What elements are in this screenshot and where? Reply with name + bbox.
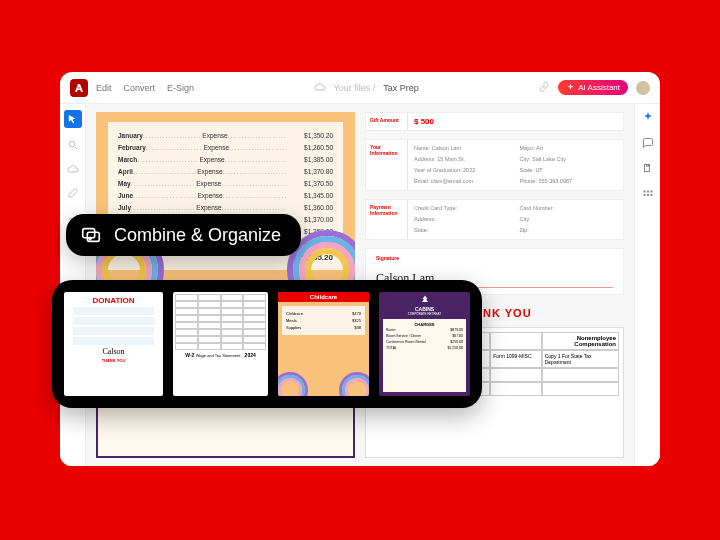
pointer-tool-icon[interactable] xyxy=(64,110,82,128)
yourfiles-label: Your files / xyxy=(334,83,376,93)
cloud-icon xyxy=(314,81,326,95)
thumb-donation[interactable]: DONATION Calson THANK YOU xyxy=(64,292,163,396)
thumb-childcare-title: Childcare xyxy=(278,292,369,302)
info-year: Year of Graduation: 2022 xyxy=(414,166,512,175)
svg-rect-4 xyxy=(650,191,652,193)
avatar[interactable] xyxy=(636,81,650,95)
expense-row: April..........................Expense..… xyxy=(118,166,333,178)
topbar: Edit Convert E-Sign Your files / Tax Pre… xyxy=(60,72,660,104)
info-addr: Address: 15 Main St. xyxy=(414,155,512,164)
svg-rect-9 xyxy=(87,232,99,241)
svg-rect-8 xyxy=(83,229,95,238)
thumb-donation-sig: Calson xyxy=(102,347,124,356)
gift-value: $ 500 xyxy=(414,117,512,126)
childcare-line: Childcare$470 xyxy=(286,310,361,317)
payment-card[interactable]: Payment Information Credit Card Type: Ca… xyxy=(365,199,624,240)
menu-esign[interactable]: E-Sign xyxy=(167,83,194,93)
signature-label: Signature xyxy=(376,255,613,261)
pay-zip: Zip: xyxy=(520,226,618,235)
thumb-w2[interactable]: W-2 Wage and Tax Statement 2024 xyxy=(173,292,268,396)
thumb-donation-title: DONATION xyxy=(92,296,134,305)
pay-state: State: xyxy=(414,226,512,235)
svg-rect-6 xyxy=(647,194,649,196)
thumb-tray: DONATION Calson THANK YOU W-2 Wage and T… xyxy=(52,280,482,408)
pay-addr: Address: xyxy=(414,215,512,224)
acrobat-logo xyxy=(70,79,88,97)
link-icon[interactable] xyxy=(538,81,550,95)
info-email: Email: clam@email.com xyxy=(414,177,512,186)
comment-icon[interactable] xyxy=(641,136,655,150)
combine-organize-pill: Combine & Organize xyxy=(66,214,301,256)
bookmark-icon[interactable] xyxy=(641,162,655,176)
info-label: Your Information xyxy=(366,140,408,190)
thumb-donation-footer: THANK YOU xyxy=(102,358,126,363)
childcare-line: Meals$325 xyxy=(286,317,361,324)
expense-row: May..........................Expense....… xyxy=(118,178,333,190)
menu-convert[interactable]: Convert xyxy=(124,83,156,93)
pay-city: City: xyxy=(520,215,618,224)
expense-row: March..........................Expense..… xyxy=(118,154,333,166)
pay-cc: Credit Card Type: xyxy=(414,204,512,213)
expense-row: February..........................Expens… xyxy=(118,142,333,154)
svg-rect-2 xyxy=(643,191,645,193)
zoom-tool-icon[interactable] xyxy=(66,138,80,152)
thumb-cabins-sub: CORPORATE RETREAT xyxy=(382,312,467,316)
gift-label: Gift Amount xyxy=(366,113,408,130)
ai-assistant-button[interactable]: AI Assistant xyxy=(558,80,628,95)
cloud-tool-icon[interactable] xyxy=(66,162,80,176)
thumb-w2-label: W-2 xyxy=(185,352,194,358)
gift-card[interactable]: Gift Amount $ 500 xyxy=(365,112,624,131)
svg-point-0 xyxy=(69,141,75,147)
pay-num: Card Number: xyxy=(520,204,618,213)
thumb-w2-year: 2024 xyxy=(245,352,256,358)
right-rail xyxy=(634,104,660,466)
ai-assistant-label: AI Assistant xyxy=(578,83,620,92)
1099-title: Nonemployee Compensation xyxy=(542,332,619,350)
childcare-line: Supplies$38 xyxy=(286,324,361,331)
svg-rect-3 xyxy=(647,191,649,193)
info-card[interactable]: Your Information Name: Calson Lam Major:… xyxy=(365,139,624,191)
payment-label: Payment Information xyxy=(366,200,408,239)
info-state: State: UT xyxy=(520,166,618,175)
cabins-tree-icon xyxy=(419,295,431,305)
expense-row: January..........................Expense… xyxy=(118,130,333,142)
sparkle-icon[interactable] xyxy=(641,110,655,124)
combine-organize-label: Combine & Organize xyxy=(114,225,281,246)
thumb-w2-sub: Wage and Tax Statement xyxy=(196,353,241,358)
expense-row: June..........................Expense...… xyxy=(118,190,333,202)
thumb-cabins[interactable]: CABINS CORPORATE RETREAT CHARGES Room$87… xyxy=(379,292,470,396)
svg-rect-7 xyxy=(650,194,652,196)
breadcrumb[interactable]: Tax Prep xyxy=(383,83,419,93)
info-phone: Phone: 555.393.0987 xyxy=(520,177,618,186)
info-name: Name: Calson Lam xyxy=(414,144,512,153)
expense-row: July..........................Expense...… xyxy=(118,202,333,214)
combine-icon xyxy=(80,224,102,246)
cabins-charge-row: TOTAL$1,250.00 xyxy=(386,345,463,351)
1099-copy: Copy 1 For State Tax Department xyxy=(542,350,619,368)
main-menu: Edit Convert E-Sign xyxy=(96,83,194,93)
1099-form: Form 1099-MISC xyxy=(490,350,542,368)
erase-tool-icon[interactable] xyxy=(66,186,80,200)
menu-edit[interactable]: Edit xyxy=(96,83,112,93)
grid-icon[interactable] xyxy=(641,188,655,202)
info-city: City: Salt Lake City xyxy=(520,155,618,164)
thumb-childcare[interactable]: Childcare Childcare$470Meals$325Supplies… xyxy=(278,292,369,396)
svg-rect-5 xyxy=(643,194,645,196)
info-major: Major: Art xyxy=(520,144,618,153)
